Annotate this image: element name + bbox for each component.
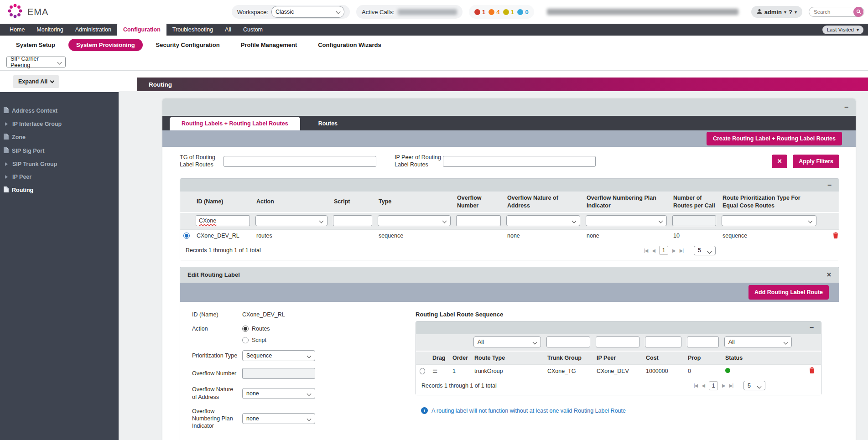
cell-route-type: trunkGroup: [471, 366, 544, 377]
minimize-icon[interactable]: −: [827, 181, 832, 189]
prev-page-icon[interactable]: ◀: [652, 248, 655, 253]
cost-filter-input[interactable]: [645, 336, 681, 347]
ip-peer-filter-input[interactable]: [443, 156, 596, 167]
action-script-option[interactable]: Script: [242, 337, 397, 343]
type-filter-select[interactable]: [378, 215, 451, 226]
script-radio[interactable]: [242, 337, 249, 343]
expand-arrow-icon[interactable]: [5, 122, 8, 126]
clear-filters-button[interactable]: ✕: [772, 155, 787, 168]
sidebar-item-ip-interface-group[interactable]: IP Interface Group: [0, 118, 119, 130]
expand-arrow-icon[interactable]: [5, 175, 8, 179]
workspace-select[interactable]: Classic: [271, 6, 344, 18]
first-page-icon[interactable]: |◀: [644, 248, 648, 253]
first-page-icon[interactable]: |◀: [694, 383, 697, 388]
file-icon: [4, 147, 9, 155]
tab-routing-labels[interactable]: Routing Labels + Routing Label Routes: [170, 117, 300, 130]
create-routing-label-button[interactable]: Create Routing Label + Routing Label Rou…: [707, 132, 842, 145]
nav-item-custom[interactable]: Custom: [237, 24, 269, 36]
page-size-select[interactable]: 5: [694, 246, 716, 255]
page-size-select[interactable]: 5: [743, 381, 765, 390]
action-routes-option[interactable]: Routes: [242, 326, 397, 332]
sidebar-item-ip-peer[interactable]: IP Peer: [0, 171, 119, 183]
last-page-icon[interactable]: ▶|: [729, 383, 733, 388]
last-page-icon[interactable]: ▶|: [680, 248, 683, 253]
overflow-number-filter-input[interactable]: [456, 215, 501, 226]
subnav-system-setup[interactable]: System Setup: [8, 39, 63, 51]
help-button[interactable]: ?: [789, 9, 792, 16]
subnav-security-configuration[interactable]: Security Configuration: [148, 39, 228, 51]
route-prioritization-filter-select[interactable]: [722, 215, 816, 226]
minimize-icon[interactable]: −: [810, 324, 814, 331]
active-calls-group: Active Calls:: [356, 5, 463, 19]
table-footer: Records 1 through 1 of 1 total |◀ ◀ 1 ▶ …: [180, 242, 839, 260]
trunk-group-filter-input[interactable]: [546, 336, 590, 347]
prev-page-icon[interactable]: ◀: [702, 383, 705, 388]
sidebar-item-sip-sig-port[interactable]: SIP Sig Port: [0, 144, 119, 158]
overflow-npi-filter-select[interactable]: [586, 215, 667, 226]
action-filter-select[interactable]: [255, 215, 327, 226]
row-select-radio[interactable]: [183, 233, 190, 239]
expand-all-button[interactable]: Expand All: [13, 75, 59, 88]
critical-alarm-count: 1: [482, 9, 486, 16]
routes-radio[interactable]: [242, 326, 249, 332]
last-visited-dropdown[interactable]: Last Visited ▾: [822, 26, 863, 34]
id-name-value: CXone_DEV_RL: [242, 311, 397, 318]
nav-item-monitoring[interactable]: Monitoring: [31, 24, 69, 36]
route-type-filter-select[interactable]: All: [473, 336, 541, 347]
subnav-profile-management[interactable]: Profile Management: [233, 39, 305, 51]
nav-item-configuration[interactable]: Configuration: [117, 24, 166, 36]
nav-item-all[interactable]: All: [219, 24, 237, 36]
next-page-icon[interactable]: ▶: [722, 383, 725, 388]
delete-row-button[interactable]: [803, 365, 821, 377]
apply-filters-button[interactable]: Apply Filters: [793, 155, 839, 168]
ip-peer-seq-filter-input[interactable]: [596, 336, 639, 347]
id-name-filter-input[interactable]: CXone: [196, 215, 250, 226]
expand-arrow-icon[interactable]: [5, 162, 8, 166]
tab-routes[interactable]: Routes: [300, 117, 356, 130]
script-filter-input[interactable]: [333, 215, 372, 226]
overflow-noa-filter-select[interactable]: [506, 215, 580, 226]
table-row[interactable]: CXone_DEV_RL routes sequence none none 1…: [180, 229, 839, 242]
cell-overflow-noa: none: [504, 230, 583, 241]
delete-row-button[interactable]: [826, 230, 845, 242]
subnav-configuration-wizards[interactable]: Configuration Wizards: [310, 39, 389, 51]
sidebar-item-sip-trunk-group[interactable]: SIP Trunk Group: [0, 158, 119, 171]
nav-item-home[interactable]: Home: [4, 24, 31, 36]
sidebar-item-address-context[interactable]: Address Context: [0, 104, 119, 118]
overflow-npi-select[interactable]: none: [242, 413, 315, 424]
filter-area: TG of Routing Label Routes IP Peer of Ro…: [180, 147, 839, 178]
close-icon[interactable]: ✕: [826, 271, 832, 278]
context-select[interactable]: SIP Carrier Peering: [6, 57, 66, 67]
sequence-column-headers: Drag Order Route Type Trunk Group IP Pee…: [416, 351, 821, 364]
ema-logo[interactable]: EMA: [6, 2, 48, 21]
cell-routes-per-call: 10: [670, 230, 719, 241]
routes-per-call-filter-input[interactable]: [672, 215, 716, 226]
sidebar-item-zone[interactable]: Zone: [0, 130, 119, 144]
search-button[interactable]: [853, 7, 863, 17]
tab-bar: Routing Labels + Routing Label Routes Ro…: [162, 116, 856, 130]
note-text[interactable]: A routing label will not function withou…: [431, 408, 626, 414]
col-routes-per-call: Number of Routes per Call: [670, 192, 719, 212]
next-page-icon[interactable]: ▶: [672, 248, 676, 253]
overflow-noa-select[interactable]: none: [242, 388, 315, 399]
prioritization-type-select[interactable]: Sequence: [242, 350, 315, 361]
prop-filter-input[interactable]: [687, 336, 719, 347]
tg-filter-input[interactable]: [223, 156, 376, 167]
subnav-system-provisioning[interactable]: System Provisioning: [68, 39, 143, 51]
nav-item-administration[interactable]: Administration: [69, 24, 117, 36]
sequence-row[interactable]: ☰ 1 trunkGroup CXone_TG CXone_DEV 100000…: [416, 364, 821, 377]
drag-handle-icon[interactable]: ☰: [429, 365, 449, 377]
status-filter-select[interactable]: All: [724, 336, 792, 347]
minimize-icon[interactable]: −: [844, 104, 848, 111]
cell-overflow-npi: none: [583, 230, 670, 241]
add-routing-label-route-button[interactable]: Add Routing Label Route: [748, 285, 829, 300]
user-menu[interactable]: admin ▾ ? ▾: [751, 6, 802, 18]
nav-item-troubleshooting[interactable]: Troubleshooting: [166, 24, 219, 36]
pagination: |◀ ◀ 1 ▶ ▶| 5: [644, 246, 716, 255]
sidebar-item-routing[interactable]: Routing: [0, 183, 119, 197]
row-select-radio[interactable]: [420, 368, 425, 374]
current-page[interactable]: 1: [659, 246, 668, 255]
overflow-number-input[interactable]: [242, 368, 315, 379]
alarm-status-counts[interactable]: 1 4 1 0: [469, 5, 534, 19]
current-page[interactable]: 1: [709, 381, 718, 390]
